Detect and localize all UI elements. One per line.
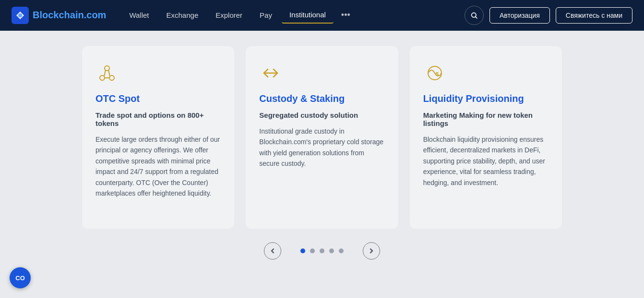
next-button[interactable]	[363, 242, 380, 260]
next-arrow-icon	[369, 248, 374, 254]
liquidity-provisioning-icon: $	[425, 63, 444, 83]
nav-item-wallet[interactable]: Wallet	[121, 7, 156, 23]
contact-button[interactable]: Свяжитесь с нами	[556, 7, 632, 24]
card-custody-staking: Custody & Staking Segregated custody sol…	[246, 46, 398, 229]
card-otc-spot-title: OTC Spot	[95, 93, 221, 104]
card-otc-spot: OTC Spot Trade spot and options on 800+ …	[82, 46, 234, 229]
card-custody-staking-title: Custody & Staking	[259, 93, 384, 104]
liquidity-icon: $	[423, 62, 446, 85]
svg-line-7	[104, 70, 106, 76]
prev-arrow-icon	[270, 248, 275, 254]
blockchain-logo-icon	[12, 7, 29, 24]
dot-3[interactable]	[320, 248, 324, 253]
nav-item-institutional[interactable]: Institutional	[282, 7, 334, 24]
cards-row: OTC Spot Trade spot and options on 800+ …	[82, 46, 562, 229]
pagination-dots	[300, 248, 344, 253]
card-custody-staking-subtitle: Segregated custody solution	[259, 111, 384, 119]
custody-staking-icon	[261, 63, 280, 83]
svg-point-1	[18, 13, 22, 17]
otc-icon	[95, 62, 119, 85]
card-liquidity-title: Liquidity Provisioning	[423, 93, 549, 104]
search-icon	[470, 12, 478, 19]
dot-5[interactable]	[339, 248, 344, 253]
search-button[interactable]	[465, 6, 484, 25]
pagination	[12, 242, 632, 260]
otc-spot-icon	[97, 63, 117, 83]
nav-actions: Авторизация Свяжитесь с нами	[465, 6, 632, 25]
navbar: Blockchain.com Wallet Exchange Explorer …	[0, 0, 644, 31]
nav-item-exchange[interactable]: Exchange	[159, 7, 206, 23]
card-custody-staking-description: Institutional grade custody in Blockchai…	[259, 126, 384, 213]
dot-4[interactable]	[329, 248, 334, 253]
nav-more-button[interactable]: •••	[335, 6, 356, 24]
custody-icon	[259, 62, 282, 85]
main-content: OTC Spot Trade spot and options on 800+ …	[0, 31, 644, 298]
prev-button[interactable]	[264, 242, 281, 260]
card-otc-spot-subtitle: Trade spot and options on 800+ tokens	[95, 111, 221, 127]
svg-text:$: $	[436, 71, 439, 77]
nav-links: Wallet Exchange Explorer Pay Institution…	[121, 6, 465, 24]
chat-bubble[interactable]: CO	[10, 267, 31, 288]
dot-1[interactable]	[300, 248, 305, 253]
card-liquidity-subtitle: Marketing Making for new token listings	[423, 111, 549, 127]
auth-button[interactable]: Авторизация	[489, 7, 550, 24]
nav-item-explorer[interactable]: Explorer	[208, 7, 250, 23]
svg-line-3	[476, 17, 477, 18]
logo-text: Blockchain.com	[33, 10, 106, 21]
nav-item-pay[interactable]: Pay	[252, 7, 280, 23]
svg-line-8	[108, 70, 110, 76]
card-otc-spot-description: Execute large orders through either of o…	[95, 134, 221, 213]
card-liquidity-description: Blockchain liquidity provisioning ensure…	[423, 134, 549, 213]
dot-2[interactable]	[310, 248, 315, 253]
logo[interactable]: Blockchain.com	[12, 7, 106, 24]
card-liquidity-provisioning: $ Liquidity Provisioning Marketing Makin…	[410, 46, 562, 229]
